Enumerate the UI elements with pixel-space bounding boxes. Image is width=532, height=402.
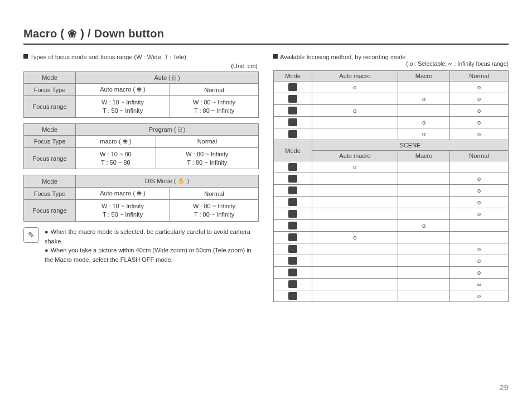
table-row: o (274, 255, 509, 267)
mode-icon (288, 245, 297, 253)
cell-normal: o (450, 208, 509, 220)
mode-icon (288, 198, 297, 206)
cell-normal (450, 232, 509, 243)
table-row: o (274, 290, 509, 302)
cell-normal (450, 220, 509, 232)
mode-icon-cell (274, 267, 312, 279)
cell-focustype-b: Normal (156, 135, 258, 147)
cell-normal: o (450, 93, 509, 105)
cell-macro (398, 290, 449, 302)
mode-icon (288, 107, 297, 114)
cell-macro (398, 161, 449, 173)
cell-auto-macro (312, 279, 398, 290)
mode-icon-cell (274, 208, 312, 220)
right-legend: ( o : Selectable, ∞ : Infinity focus ran… (273, 60, 509, 67)
cell-focustype-label: Focus Type (24, 135, 76, 147)
note-icon: ✎ (23, 227, 39, 243)
mode-icon (288, 269, 297, 276)
mode-icon (288, 233, 297, 241)
mode-icon-cell (274, 220, 312, 232)
th-mode: Mode (274, 71, 312, 82)
bullet-icon (23, 54, 28, 59)
right-heading: Available focusing method, by recording … (280, 54, 405, 60)
cell-range-b: W : 80 ~ InfinityT : 80 ~ Infinity (170, 200, 259, 222)
cell-normal: o (450, 290, 509, 302)
table-row: o (274, 208, 509, 220)
mode-icon-cell (274, 279, 312, 290)
th-auto-macro-2: Auto macro (312, 151, 398, 161)
cell-range-a: W : 10 ~ 80T : 50 ~ 80 (76, 147, 156, 169)
focus-table: ModeAuto ( ⌼ )Focus TypeAuto macro ( ❀ )… (23, 71, 259, 118)
cell-focustype-b: Normal (170, 84, 259, 96)
mode-icon (288, 130, 297, 138)
cell-macro: o (398, 93, 449, 105)
cell-macro (398, 173, 449, 185)
mode-icon-cell (274, 161, 312, 173)
right-column: Available focusing method, by recording … (273, 51, 509, 302)
mode-icon (288, 186, 297, 194)
cell-range-b: W : 80 ~ InfinityT : 80 ~ Infinity (156, 147, 258, 169)
cell-auto-macro (312, 243, 398, 255)
mode-icon (288, 175, 297, 183)
mode-icon-cell (274, 93, 312, 105)
cell-focustype-b: Normal (170, 188, 259, 200)
cell-normal: o (450, 243, 509, 255)
cell-auto-macro (312, 220, 398, 232)
cell-macro: o (398, 220, 449, 232)
cell-auto-macro: o (312, 82, 398, 93)
table-row: o (274, 220, 509, 232)
mode-icon-cell (274, 105, 312, 117)
cell-macro (398, 105, 449, 117)
mode-icon-cell (274, 232, 312, 243)
cell-auto-macro (312, 185, 398, 197)
cell-focustype-a: macro ( ❀ ) (76, 135, 156, 147)
cell-auto-macro: o (312, 105, 398, 117)
note-item: ●When the macro mode is selected, be par… (45, 227, 259, 246)
cell-macro (398, 232, 449, 243)
cell-range-label: Focus range (24, 147, 76, 169)
table-row: o (274, 173, 509, 185)
table-row: o (274, 267, 509, 279)
mode-icon-cell (274, 255, 312, 267)
cell-normal: o (450, 105, 509, 117)
mode-icon (288, 163, 297, 171)
table-row: oo (274, 93, 509, 105)
th-normal: Normal (450, 71, 509, 82)
cell-focustype-a: Auto macro ( ❀ ) (76, 84, 170, 96)
cell-normal: ∞ (450, 279, 509, 290)
cell-auto-macro (312, 173, 398, 185)
cell-mode-label: Mode (24, 72, 76, 84)
mode-icon (288, 210, 297, 218)
left-column: Types of focus mode and focus range (W :… (23, 51, 259, 302)
mode-icon-cell (274, 117, 312, 128)
cell-range-label: Focus range (24, 96, 76, 118)
table-row: oo (274, 117, 509, 128)
mode-icon-cell (274, 243, 312, 255)
table-row: o (274, 243, 509, 255)
cell-auto-macro: o (312, 161, 398, 173)
table-row: o (274, 197, 509, 208)
th-mode-scene: Mode (274, 140, 312, 161)
mode-icon-cell (274, 173, 312, 185)
cell-macro (398, 82, 449, 93)
table-row: oo (274, 128, 509, 140)
cell-focustype-a: Auto macro ( ❀ ) (76, 188, 170, 200)
cell-auto-macro (312, 267, 398, 279)
table-row: oo (274, 82, 509, 93)
mode-icon (288, 222, 297, 229)
unit-label: (Unit: cm) (23, 63, 258, 69)
cell-mode-label: Mode (24, 175, 76, 188)
th-macro: Macro (398, 71, 449, 82)
table-row: o (274, 232, 509, 243)
mode-icon (288, 118, 297, 126)
cell-auto-macro (312, 197, 398, 208)
cell-auto-macro (312, 290, 398, 302)
cell-mode-value: Program ( ⌼ ) (76, 123, 259, 135)
mode-icon-cell (274, 82, 312, 93)
mode-icon (288, 292, 297, 300)
left-heading: Types of focus mode and focus range (W :… (30, 54, 186, 60)
cell-normal: o (450, 117, 509, 128)
page-title: Macro ( ❀ ) / Down button (23, 27, 509, 45)
th-scene: SCENE (312, 140, 509, 151)
cell-macro: o (398, 117, 449, 128)
